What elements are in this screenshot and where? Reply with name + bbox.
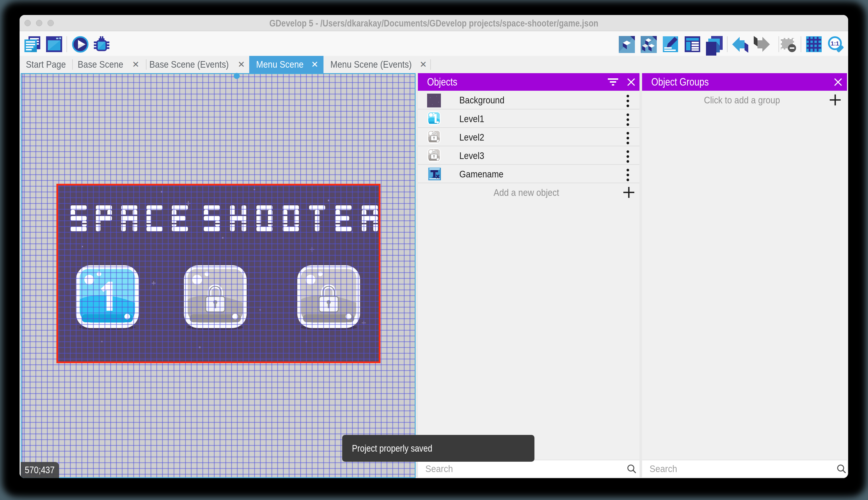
svg-text:1:1: 1:1 (831, 40, 839, 47)
